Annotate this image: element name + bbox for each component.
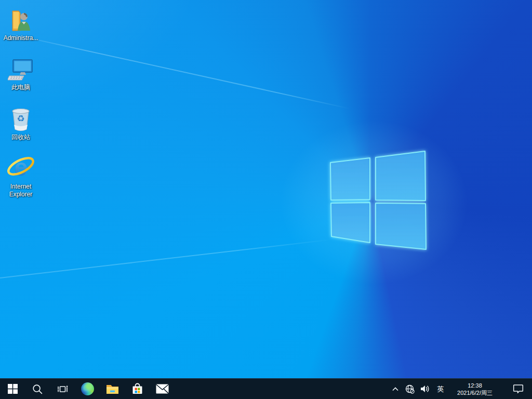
icon-label-recycle-bin: 回收站 <box>11 134 30 141</box>
desktop-surface[interactable]: Administra... 此电脑 ♻ <box>0 0 532 378</box>
search-button[interactable] <box>25 379 50 399</box>
globe-no-internet-icon <box>405 384 415 394</box>
taskbar: 英 12:38 2021/6/2/周三 <box>0 378 532 399</box>
network-status-button[interactable] <box>402 379 418 399</box>
desktop-icon-this-pc[interactable]: 此电脑 <box>1 54 41 92</box>
volume-button[interactable] <box>418 379 433 399</box>
speaker-icon <box>420 384 430 393</box>
svg-text:♻: ♻ <box>17 114 24 124</box>
task-view-icon <box>57 384 68 394</box>
file-explorer-folder-icon <box>106 383 119 394</box>
desktop-icon-recycle-bin[interactable]: ♻ 回收站 <box>1 103 41 142</box>
icon-label-this-pc: 此电脑 <box>11 84 30 91</box>
notification-bubble-icon <box>513 384 524 394</box>
system-tray: 英 12:38 2021/6/2/周三 <box>389 379 532 399</box>
store-button[interactable] <box>125 379 150 399</box>
wallpaper <box>0 0 532 378</box>
icon-label-administrator: Administra... <box>4 34 38 42</box>
chevron-up-icon <box>392 386 399 392</box>
desktop-icon-administrator[interactable]: Administra... <box>1 4 41 43</box>
windows-logo-icon <box>8 384 18 394</box>
edge-button[interactable] <box>75 379 100 399</box>
mail-button[interactable] <box>150 379 175 399</box>
file-explorer-button[interactable] <box>100 379 125 399</box>
edge-browser-icon <box>81 382 94 395</box>
action-center-button[interactable] <box>507 379 530 399</box>
search-icon <box>32 384 43 394</box>
internet-explorer-icon: e <box>6 154 35 181</box>
clock-date: 2021/6/2/周三 <box>457 389 493 396</box>
input-language-indicator[interactable]: 英 <box>433 379 448 399</box>
icon-label-internet-explorer: Internet Explorer <box>3 183 39 198</box>
recycle-bin-icon: ♻ <box>9 105 32 132</box>
task-view-button[interactable] <box>50 379 75 399</box>
desktop-icon-internet-explorer[interactable]: e Internet Explorer <box>1 153 41 199</box>
taskbar-clock[interactable]: 12:38 2021/6/2/周三 <box>448 379 501 399</box>
administrator-folder-icon <box>8 6 33 33</box>
microsoft-store-icon <box>131 383 143 395</box>
mail-envelope-icon <box>156 384 169 394</box>
start-button[interactable] <box>0 379 25 399</box>
show-hidden-icons-button[interactable] <box>389 379 402 399</box>
this-pc-icon <box>8 55 34 82</box>
taskbar-left-buttons <box>0 379 175 399</box>
clock-time: 12:38 <box>468 382 482 389</box>
